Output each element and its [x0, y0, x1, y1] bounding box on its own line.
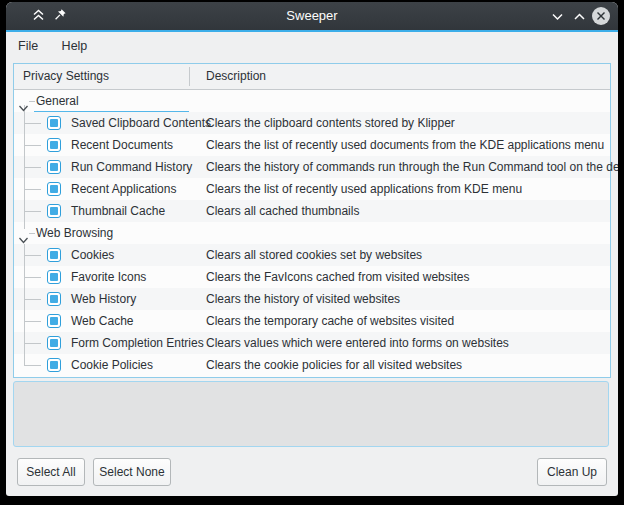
item-checkbox[interactable]: [47, 314, 61, 328]
maximize-button[interactable]: [571, 8, 587, 24]
checkbox-checked-mark: [50, 339, 58, 347]
column-header-description[interactable]: Description: [206, 64, 266, 89]
item-description: Clears the cookie policies for all visit…: [206, 354, 462, 376]
tree-branch-line: [24, 189, 41, 190]
checkbox-checked-mark: [50, 251, 58, 259]
tree-item-label: Thumbnail Cache: [71, 200, 165, 222]
tree-branch-line: [24, 321, 41, 322]
tree-branch-line: [24, 354, 25, 365]
tree-item-row[interactable]: Web HistoryClears the history of visited…: [14, 288, 610, 310]
window-title: Sweeper: [6, 2, 618, 30]
item-description: Clears the list of recently used applica…: [206, 178, 522, 200]
menu-help[interactable]: Help: [62, 32, 88, 60]
item-description: Clears values which were entered into fo…: [206, 332, 509, 354]
select-none-button[interactable]: Select None: [93, 458, 171, 486]
tree-item-row[interactable]: Form Completion EntriesClears values whi…: [14, 332, 610, 354]
table-header: Privacy Settings Description: [14, 64, 610, 90]
circle-x-icon: [596, 7, 606, 25]
tree-item-row[interactable]: Favorite IconsClears the FavIcons cached…: [14, 266, 610, 288]
tree-group-label: Web Browsing: [36, 222, 113, 244]
checkbox-checked-mark: [50, 163, 58, 171]
item-checkbox[interactable]: [47, 182, 61, 196]
tree-item-row[interactable]: Recent DocumentsClears the list of recen…: [14, 134, 610, 156]
checkbox-checked-mark: [50, 141, 58, 149]
checkbox-checked-mark: [50, 295, 58, 303]
item-checkbox[interactable]: [47, 292, 61, 306]
checkbox-checked-mark: [50, 273, 58, 281]
menu-file[interactable]: File: [18, 32, 38, 60]
tree-branch-line: [24, 222, 25, 229]
tree-branch-line: [24, 145, 41, 146]
tree-item-row[interactable]: CookiesClears all stored cookies set by …: [14, 244, 610, 266]
tree-group-row[interactable]: Web Browsing: [14, 222, 610, 244]
privacy-settings-table[interactable]: Privacy Settings Description GeneralSave…: [13, 63, 611, 378]
column-header-privacy-settings[interactable]: Privacy Settings: [23, 64, 109, 89]
item-checkbox[interactable]: [47, 336, 61, 350]
tree-item-label: Recent Applications: [71, 178, 176, 200]
checkbox-checked-mark: [50, 207, 58, 215]
item-checkbox[interactable]: [47, 204, 61, 218]
select-all-button[interactable]: Select All: [17, 458, 85, 486]
item-description: Clears the list of recently used documen…: [206, 134, 604, 156]
checkbox-checked-mark: [50, 119, 58, 127]
item-checkbox[interactable]: [47, 116, 61, 130]
item-description: Clears all stored cookies set by website…: [206, 244, 422, 266]
tree-group-label: General: [36, 90, 79, 112]
sweeper-window: Sweeper File: [6, 2, 618, 496]
item-description: Clears the temporary cache of websites v…: [206, 310, 454, 332]
tree-item-row[interactable]: Recent ApplicationsClears the list of re…: [14, 178, 610, 200]
tree-item-row[interactable]: Thumbnail CacheClears all cached thumbna…: [14, 200, 610, 222]
tree-item-row[interactable]: Web CacheClears the temporary cache of w…: [14, 310, 610, 332]
item-checkbox[interactable]: [47, 160, 61, 174]
item-description: Clears the FavIcons cached from visited …: [206, 266, 469, 288]
tree-branch-line: [24, 299, 41, 300]
item-description: Clears the history of visited websites: [206, 288, 400, 310]
tree-item-label: Web Cache: [71, 310, 133, 332]
tree-branch-line: [29, 101, 35, 102]
tree-item-label: Favorite Icons: [71, 266, 146, 288]
item-checkbox[interactable]: [47, 248, 61, 262]
item-description: Clears the clipboard contents stored by …: [206, 112, 455, 134]
clean-up-button[interactable]: Clean Up: [537, 458, 607, 486]
tree-item-row[interactable]: Run Command HistoryClears the history of…: [14, 156, 610, 178]
chevron-up-icon: [573, 7, 586, 25]
tree-item-label: Recent Documents: [71, 134, 173, 156]
tree-item-label: Cookies: [71, 244, 114, 266]
table-body: GeneralSaved Clipboard ContentsClears th…: [14, 90, 610, 376]
tree-branch-line: [24, 343, 41, 344]
close-button[interactable]: [592, 7, 610, 25]
tree-item-label: Cookie Policies: [71, 354, 153, 376]
minimize-button[interactable]: [549, 8, 565, 24]
tree-item-row[interactable]: Cookie PoliciesClears the cookie policie…: [14, 354, 610, 376]
tree-branch-line: [24, 167, 41, 168]
tree-branch-line: [24, 211, 41, 212]
menubar: File Help: [6, 32, 618, 60]
item-checkbox[interactable]: [47, 138, 61, 152]
tree-item-label: Saved Clipboard Contents: [71, 112, 211, 134]
tree-item-label: Form Completion Entries: [71, 332, 204, 354]
chevron-down-icon: [551, 7, 564, 25]
cleanup-log-panel[interactable]: [13, 381, 609, 447]
tree-branch-line: [29, 233, 35, 234]
tree-branch-line: [24, 123, 41, 124]
item-description: Clears all cached thumbnails: [206, 200, 359, 222]
checkbox-checked-mark: [50, 185, 58, 193]
item-checkbox[interactable]: [47, 270, 61, 284]
tree-group-row[interactable]: General: [14, 90, 610, 112]
tree-branch-line: [24, 255, 41, 256]
titlebar[interactable]: Sweeper: [6, 2, 618, 30]
tree-item-label: Run Command History: [71, 156, 192, 178]
checkbox-checked-mark: [50, 361, 58, 369]
checkbox-checked-mark: [50, 317, 58, 325]
item-description: Clears the history of commands run throu…: [206, 156, 618, 178]
tree-branch-line: [24, 277, 41, 278]
tree-item-row[interactable]: Saved Clipboard ContentsClears the clipb…: [14, 112, 610, 134]
item-checkbox[interactable]: [47, 358, 61, 372]
tree-branch-line: [24, 365, 41, 366]
column-separator[interactable]: [189, 67, 190, 86]
tree-item-label: Web History: [71, 288, 136, 310]
